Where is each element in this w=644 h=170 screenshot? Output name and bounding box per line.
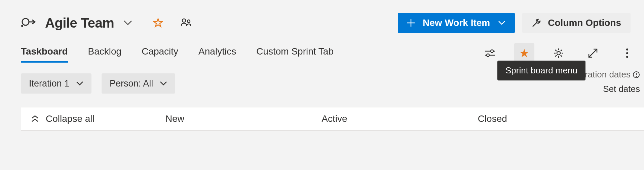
filter-sliders-icon[interactable] [480,43,500,63]
chevron-down-icon [76,81,83,86]
team-picker-chevron[interactable] [123,20,132,26]
person-filter[interactable]: Person: All [102,73,175,94]
toolbar-right: Sprint board menu [480,43,637,63]
set-dates-link[interactable]: Set dates [562,84,640,94]
svg-point-0 [22,19,29,25]
svg-point-22 [636,76,637,77]
header-row: Agile Team New Work Item [21,13,644,33]
fullscreen-expand-icon[interactable] [583,43,603,63]
iteration-filter-label: Iteration 1 [29,78,69,89]
board-column-new: New [165,113,321,124]
svg-point-17 [626,48,628,50]
column-options-button[interactable]: Column Options [522,13,631,33]
double-chevron-up-icon [31,115,39,123]
info-icon [633,71,640,78]
svg-line-15 [561,50,562,51]
iteration-filter[interactable]: Iteration 1 [21,73,91,94]
column-options-label: Column Options [548,18,621,28]
svg-point-2 [182,19,186,22]
sprint-loop-icon [21,17,36,29]
svg-point-19 [626,56,628,58]
board-column-active: Active [321,113,478,124]
tab-capacity[interactable]: Capacity [142,44,178,63]
tabs-row: Taskboard Backlog Capacity Analytics Cus… [21,43,644,63]
sprint-board-menu-icon[interactable] [514,43,534,63]
team-members-icon[interactable] [181,18,192,28]
new-work-item-label: New Work Item [423,18,490,28]
collapse-all-label: Collapse all [46,113,94,124]
plus-icon [407,19,415,27]
person-filter-label: Person: All [110,78,153,89]
tab-custom-sprint[interactable]: Custom Sprint Tab [256,44,334,63]
chevron-down-icon [160,81,167,86]
tooltip-sprint-board-menu: Sprint board menu [497,61,585,80]
board-column-closed: Closed [478,113,634,124]
collapse-all-button[interactable]: Collapse all [31,113,165,124]
svg-point-3 [187,20,190,23]
svg-point-8 [557,52,560,55]
new-work-item-button[interactable]: New Work Item [398,13,515,33]
tab-taskboard[interactable]: Taskboard [21,44,68,63]
board-header: Collapse all New Active Closed [21,107,644,131]
chevron-down-icon [498,21,505,25]
settings-gear-icon[interactable] [548,43,569,63]
tab-backlog[interactable]: Backlog [88,44,122,63]
team-name: Agile Team [45,15,114,31]
header-actions: New Work Item Column Options [398,13,644,33]
svg-line-14 [561,55,562,57]
more-actions-icon[interactable] [617,43,637,63]
svg-point-7 [487,54,489,57]
wrench-icon [532,18,541,28]
tab-analytics[interactable]: Analytics [198,44,236,63]
favorite-star-icon[interactable] [153,18,163,28]
svg-point-18 [626,52,628,54]
svg-point-1 [21,25,23,27]
svg-point-5 [491,50,493,53]
svg-line-16 [555,55,557,57]
svg-line-13 [555,50,557,51]
